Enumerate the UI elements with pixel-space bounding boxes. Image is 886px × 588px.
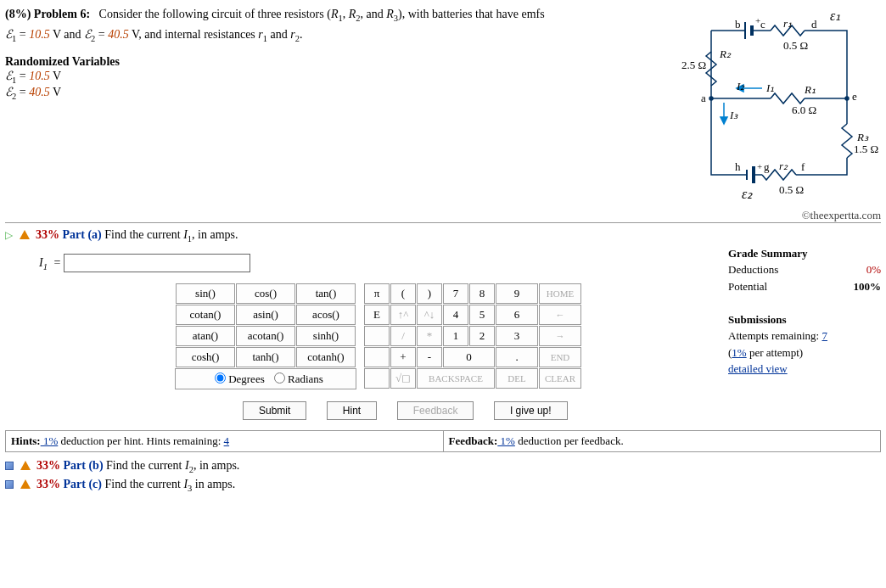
lbl-r1val: 0.5 Ω [783,39,808,52]
answer-input[interactable] [64,254,250,272]
key-cos[interactable]: cos() [236,283,295,304]
key-cotanh[interactable]: cotanh() [296,347,356,367]
copyright-text: ©theexpertta.com [643,209,881,222]
hints-pct-link[interactable]: 1% [41,434,59,447]
key-atan[interactable]: atan() [176,326,235,346]
key-blank1 [364,326,390,346]
key-acos[interactable]: acos() [296,305,356,325]
perattempt-link[interactable]: 1% [732,346,746,359]
key-9[interactable]: 9 [496,283,538,304]
key-rparen[interactable]: ) [417,283,442,304]
problem-weight: (8%) Problem 6: [5,8,90,20]
part-b-row[interactable]: 33% Part (b) Find the current I2, in amp… [5,452,881,476]
key-plus[interactable]: + [390,347,416,367]
key-minus[interactable]: - [417,347,442,367]
lbl-c: c [760,18,765,31]
key-mul[interactable]: * [417,326,442,346]
lbl-plus2: + [757,161,762,171]
lbl-r2: r₂ [779,160,788,172]
hints-remaining-link[interactable]: 4 [224,434,230,447]
key-cotan[interactable]: cotan() [176,305,235,325]
circuit-svg: R₂ 2.5 Ω 6.0 Ω R₁ R₃ 1.5 Ω 0.5 Ω r₁ 0.5 … [660,5,881,200]
lbl-R1: R₁ [804,83,816,96]
hints-feedback-footer: Hints: 1% deduction per hint. Hints rema… [5,430,881,452]
lbl-h: h [735,160,741,173]
key-blank3 [364,368,390,389]
svg-point-5 [845,97,849,100]
expand-icon[interactable]: ▷ [5,229,13,241]
key-acotan[interactable]: acotan() [236,326,295,346]
svg-marker-9 [721,117,727,124]
key-3[interactable]: 3 [496,326,538,346]
part-c-row[interactable]: 33% Part (c) Find the current I3 in amps… [5,476,881,495]
lbl-I2: I₂ [736,80,745,92]
key-sin[interactable]: sin() [176,283,235,304]
key-E[interactable]: E [364,305,390,325]
key-left[interactable]: ← [539,305,581,325]
key-sqrt[interactable]: √◻ [390,368,416,389]
svg-point-4 [709,97,713,100]
key-cosh[interactable]: cosh() [176,347,235,367]
lbl-a: a [701,92,706,104]
numpad: π ( ) 7 8 9 HOME E ↑^ ^↓ 4 5 6 [363,283,582,389]
key-right[interactable]: → [539,326,581,346]
key-sinh[interactable]: sinh() [296,326,356,346]
key-pi[interactable]: π [364,283,390,304]
key-0[interactable]: 0 [443,347,495,367]
hints-cell: Hints: 1% deduction per hint. Hints rema… [6,431,443,451]
lbl-r2val: 0.5 Ω [779,183,804,196]
key-6[interactable]: 6 [496,305,538,325]
lbl-r1: r₁ [783,17,792,30]
collapsed-icon [5,480,14,489]
key-div[interactable]: / [390,326,416,346]
key-4[interactable]: 4 [443,305,468,325]
key-end[interactable]: END [539,347,581,367]
lbl-R3: R₃ [856,131,869,143]
attempts-link[interactable]: 7 [822,329,827,342]
key-del[interactable]: DEL [496,368,538,389]
grade-summary: Grade Summary Deductions0% Potential100%… [728,245,881,378]
collapsed-icon [5,462,14,470]
key-clear[interactable]: CLEAR [539,368,581,389]
key-sup[interactable]: ↑^ [390,305,416,325]
lbl-b: b [735,18,741,31]
grade-summary-header: Grade Summary [728,245,881,262]
lbl-eps2: ε₂ [742,187,753,200]
circuit-figure: R₂ 2.5 Ω 6.0 Ω R₁ R₃ 1.5 Ω 0.5 Ω r₁ 0.5 … [643,5,881,222]
key-5[interactable]: 5 [469,305,495,325]
warning-icon [20,479,31,489]
key-lparen[interactable]: ( [390,283,416,304]
key-asin[interactable]: asin() [236,305,295,325]
key-sub[interactable]: ^↓ [417,305,442,325]
degrees-radio[interactable]: Degrees [208,372,265,385]
submit-button[interactable]: Submit [243,401,306,420]
key-tanh[interactable]: tanh() [236,347,295,367]
hint-button[interactable]: Hint [327,401,377,420]
key-home[interactable]: HOME [539,283,581,304]
key-8[interactable]: 8 [469,283,495,304]
key-backspace[interactable]: BACKSPACE [417,368,495,389]
lbl-R2val: 2.5 Ω [681,59,706,71]
key-tan[interactable]: tan() [296,283,356,304]
key-dot[interactable]: . [496,347,538,367]
lbl-R2: R₂ [719,48,732,60]
feedback-pct-link[interactable]: 1% [497,434,515,447]
giveup-button[interactable]: I give up! [494,401,568,420]
lbl-I1: I₁ [765,81,774,94]
lbl-d: d [811,18,817,31]
part-a-row: ▷ 33% Part (a) Find the current I1, in a… [5,222,881,245]
radians-radio[interactable]: Radians [267,372,323,385]
feedback-button[interactable]: Feedback [397,401,474,420]
lbl-e: e [852,90,857,103]
key-7[interactable]: 7 [443,283,468,304]
lbl-eps1: ε₁ [830,8,840,23]
warning-icon [20,230,30,239]
submissions-header: Submissions [728,311,881,328]
lbl-I3: I₃ [729,109,738,121]
detailed-view-link[interactable]: detailed view [728,362,788,375]
warning-icon [20,461,31,470]
key-1[interactable]: 1 [443,326,468,346]
key-2[interactable]: 2 [469,326,495,346]
trig-keypad: sin() cos() tan() cotan() asin() acos() … [175,283,356,368]
answer-area: I1 = [39,254,582,272]
